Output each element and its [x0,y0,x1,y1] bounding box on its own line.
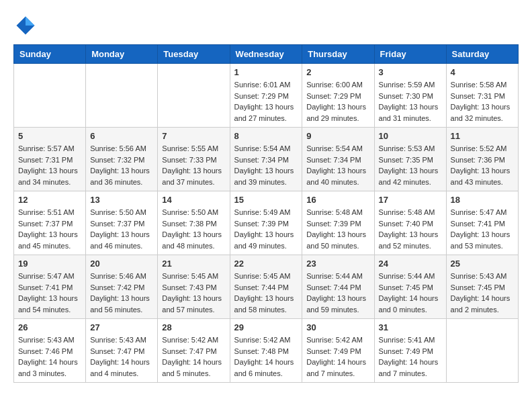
calendar-cell [446,319,518,383]
calendar-cell: 16Sunrise: 5:48 AMSunset: 7:39 PMDayligh… [302,191,374,255]
calendar-cell: 1Sunrise: 6:01 AMSunset: 7:29 PMDaylight… [230,64,302,128]
day-number: 4 [451,67,514,77]
calendar-cell: 30Sunrise: 5:42 AMSunset: 7:49 PMDayligh… [302,319,374,383]
day-number: 30 [306,322,369,332]
day-number: 20 [90,259,153,269]
svg-marker-1 [26,17,35,26]
cell-content: Sunrise: 5:44 AMSunset: 7:44 PMDaylight:… [306,271,369,315]
day-number: 12 [18,195,81,205]
calendar-cell: 9Sunrise: 5:54 AMSunset: 7:34 PMDaylight… [302,128,374,191]
weekday-header: Friday [374,45,446,64]
logo [13,13,42,38]
calendar-cell: 8Sunrise: 5:54 AMSunset: 7:34 PMDaylight… [230,128,302,191]
weekday-header: Saturday [446,45,518,64]
page-header [13,13,519,38]
day-number: 16 [306,195,369,205]
calendar-cell: 13Sunrise: 5:50 AMSunset: 7:37 PMDayligh… [86,191,158,255]
cell-content: Sunrise: 5:57 AMSunset: 7:31 PMDaylight:… [18,143,81,187]
calendar-table: SundayMondayTuesdayWednesdayThursdayFrid… [13,44,519,383]
calendar-cell: 4Sunrise: 5:58 AMSunset: 7:31 PMDaylight… [446,64,518,128]
day-number: 29 [234,322,298,332]
weekday-header: Tuesday [158,45,230,64]
day-number: 28 [162,322,225,332]
calendar-cell: 21Sunrise: 5:45 AMSunset: 7:43 PMDayligh… [158,255,230,319]
calendar-cell: 26Sunrise: 5:43 AMSunset: 7:46 PMDayligh… [14,319,86,383]
cell-content: Sunrise: 5:48 AMSunset: 7:40 PMDaylight:… [379,207,442,251]
day-number: 14 [162,195,225,205]
calendar-cell [14,64,86,128]
day-number: 23 [306,259,369,269]
calendar-cell: 12Sunrise: 5:51 AMSunset: 7:37 PMDayligh… [14,191,86,255]
calendar-cell: 10Sunrise: 5:53 AMSunset: 7:35 PMDayligh… [374,128,446,191]
cell-content: Sunrise: 5:46 AMSunset: 7:42 PMDaylight:… [90,271,153,315]
day-number: 2 [306,67,369,77]
calendar-week-row: 1Sunrise: 6:01 AMSunset: 7:29 PMDaylight… [14,64,519,128]
calendar-cell: 5Sunrise: 5:57 AMSunset: 7:31 PMDaylight… [14,128,86,191]
day-number: 22 [234,259,298,269]
day-number: 7 [162,131,225,141]
calendar-cell: 14Sunrise: 5:50 AMSunset: 7:38 PMDayligh… [158,191,230,255]
weekday-header: Sunday [14,45,86,64]
cell-content: Sunrise: 5:50 AMSunset: 7:37 PMDaylight:… [90,207,153,251]
cell-content: Sunrise: 5:44 AMSunset: 7:45 PMDaylight:… [379,271,442,315]
calendar-cell: 31Sunrise: 5:41 AMSunset: 7:49 PMDayligh… [374,319,446,383]
calendar-cell: 3Sunrise: 5:59 AMSunset: 7:30 PMDaylight… [374,64,446,128]
cell-content: Sunrise: 5:42 AMSunset: 7:47 PMDaylight:… [162,334,225,379]
day-number: 15 [234,195,298,205]
cell-content: Sunrise: 5:45 AMSunset: 7:43 PMDaylight:… [162,271,225,315]
cell-content: Sunrise: 5:45 AMSunset: 7:44 PMDaylight:… [234,271,298,315]
cell-content: Sunrise: 6:00 AMSunset: 7:29 PMDaylight:… [306,79,369,124]
calendar-cell: 27Sunrise: 5:43 AMSunset: 7:47 PMDayligh… [86,319,158,383]
calendar-cell [158,64,230,128]
day-number: 24 [379,259,442,269]
calendar-cell: 29Sunrise: 5:42 AMSunset: 7:48 PMDayligh… [230,319,302,383]
cell-content: Sunrise: 6:01 AMSunset: 7:29 PMDaylight:… [234,79,298,124]
calendar-cell: 11Sunrise: 5:52 AMSunset: 7:36 PMDayligh… [446,128,518,191]
day-number: 26 [18,322,81,332]
calendar-cell: 24Sunrise: 5:44 AMSunset: 7:45 PMDayligh… [374,255,446,319]
day-number: 21 [162,259,225,269]
cell-content: Sunrise: 5:54 AMSunset: 7:34 PMDaylight:… [234,143,298,187]
day-number: 1 [234,67,298,77]
cell-content: Sunrise: 5:42 AMSunset: 7:48 PMDaylight:… [234,334,298,379]
cell-content: Sunrise: 5:59 AMSunset: 7:30 PMDaylight:… [379,79,442,124]
logo-icon [13,13,38,38]
day-number: 5 [18,131,81,141]
calendar-cell: 22Sunrise: 5:45 AMSunset: 7:44 PMDayligh… [230,255,302,319]
cell-content: Sunrise: 5:52 AMSunset: 7:36 PMDaylight:… [451,143,514,187]
cell-content: Sunrise: 5:55 AMSunset: 7:33 PMDaylight:… [162,143,225,187]
calendar-week-row: 19Sunrise: 5:47 AMSunset: 7:41 PMDayligh… [14,255,519,319]
day-number: 8 [234,131,298,141]
day-number: 19 [18,259,81,269]
calendar-cell: 2Sunrise: 6:00 AMSunset: 7:29 PMDaylight… [302,64,374,128]
cell-content: Sunrise: 5:43 AMSunset: 7:45 PMDaylight:… [451,271,514,315]
cell-content: Sunrise: 5:47 AMSunset: 7:41 PMDaylight:… [18,271,81,315]
cell-content: Sunrise: 5:51 AMSunset: 7:37 PMDaylight:… [18,207,81,251]
calendar-cell: 28Sunrise: 5:42 AMSunset: 7:47 PMDayligh… [158,319,230,383]
calendar-cell: 20Sunrise: 5:46 AMSunset: 7:42 PMDayligh… [86,255,158,319]
day-number: 17 [379,195,442,205]
day-number: 10 [379,131,442,141]
calendar-cell: 19Sunrise: 5:47 AMSunset: 7:41 PMDayligh… [14,255,86,319]
day-number: 25 [451,259,514,269]
calendar-cell: 18Sunrise: 5:47 AMSunset: 7:41 PMDayligh… [446,191,518,255]
calendar-cell: 6Sunrise: 5:56 AMSunset: 7:32 PMDaylight… [86,128,158,191]
weekday-header: Thursday [302,45,374,64]
cell-content: Sunrise: 5:49 AMSunset: 7:39 PMDaylight:… [234,207,298,251]
weekday-header: Monday [86,45,158,64]
cell-content: Sunrise: 5:43 AMSunset: 7:46 PMDaylight:… [18,334,81,379]
calendar-week-row: 26Sunrise: 5:43 AMSunset: 7:46 PMDayligh… [14,319,519,383]
calendar-cell: 15Sunrise: 5:49 AMSunset: 7:39 PMDayligh… [230,191,302,255]
cell-content: Sunrise: 5:47 AMSunset: 7:41 PMDaylight:… [451,207,514,251]
calendar-cell: 25Sunrise: 5:43 AMSunset: 7:45 PMDayligh… [446,255,518,319]
cell-content: Sunrise: 5:50 AMSunset: 7:38 PMDaylight:… [162,207,225,251]
cell-content: Sunrise: 5:43 AMSunset: 7:47 PMDaylight:… [90,334,153,379]
weekday-header: Wednesday [230,45,302,64]
day-number: 18 [451,195,514,205]
calendar-week-row: 12Sunrise: 5:51 AMSunset: 7:37 PMDayligh… [14,191,519,255]
calendar-cell: 7Sunrise: 5:55 AMSunset: 7:33 PMDaylight… [158,128,230,191]
day-number: 9 [306,131,369,141]
day-number: 31 [379,322,442,332]
calendar-header-row: SundayMondayTuesdayWednesdayThursdayFrid… [14,45,519,64]
cell-content: Sunrise: 5:53 AMSunset: 7:35 PMDaylight:… [379,143,442,187]
